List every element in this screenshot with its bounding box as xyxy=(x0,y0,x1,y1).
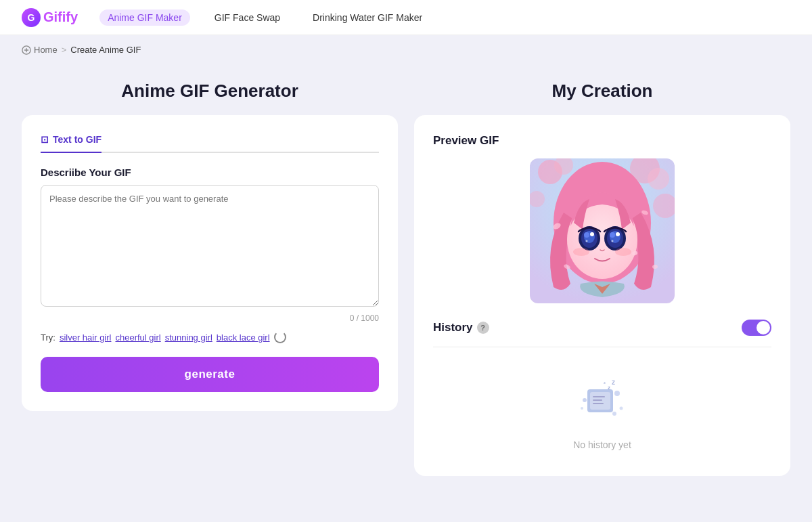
describe-label: Descriibe Your GIF xyxy=(41,167,379,178)
two-col-layout: Anime GIF Generator ⊡ Text to GIF Descri… xyxy=(22,81,790,476)
tab-text-to-gif[interactable]: ⊡ Text to GIF xyxy=(41,134,102,153)
svg-point-5 xyxy=(648,168,669,190)
left-section-title: Anime GIF Generator xyxy=(22,81,398,102)
left-card: ⊡ Text to GIF Descriibe Your GIF 0 / 100… xyxy=(22,115,398,411)
svg-point-34 xyxy=(583,398,587,402)
right-card: Preview GIF xyxy=(414,115,790,476)
svg-rect-32 xyxy=(593,399,602,401)
history-section-header: History ? xyxy=(433,320,771,336)
breadcrumb-current: Create Anime GIF xyxy=(70,45,141,55)
suggestion-cheerful[interactable]: cheerful girl xyxy=(115,332,160,343)
svg-text:z: z xyxy=(608,385,610,391)
svg-point-14 xyxy=(590,232,594,236)
svg-point-35 xyxy=(581,407,583,410)
breadcrumb-separator: > xyxy=(62,45,67,55)
history-empty-state: z z z No history yet xyxy=(433,361,771,457)
anime-preview-svg xyxy=(530,158,675,303)
logo-icon: G xyxy=(22,8,41,27)
try-label: Try: xyxy=(41,332,55,343)
right-panel: My Creation Preview GIF xyxy=(414,81,790,476)
svg-text:z: z xyxy=(604,380,606,385)
logo[interactable]: G Gifify xyxy=(22,8,78,27)
tab-row: ⊡ Text to GIF xyxy=(41,134,379,153)
svg-point-36 xyxy=(614,391,620,396)
try-row: Try: silver hair girl cheerful girl stun… xyxy=(41,331,379,343)
home-icon xyxy=(22,45,31,55)
svg-point-20 xyxy=(616,232,620,236)
tab-text-icon: ⊡ xyxy=(41,134,49,145)
navbar: G Gifify Anime GIF Maker GIF Face Swap D… xyxy=(0,0,812,35)
suggestion-silver-hair[interactable]: silver hair girl xyxy=(60,332,112,343)
right-section-title: My Creation xyxy=(414,81,790,102)
svg-point-19 xyxy=(610,232,615,238)
char-count: 0 / 1000 xyxy=(41,313,379,323)
breadcrumb: Home > Create Anime GIF xyxy=(0,35,812,64)
svg-point-15 xyxy=(586,240,588,242)
svg-point-38 xyxy=(612,412,616,416)
history-label-text: History xyxy=(433,321,473,334)
svg-rect-31 xyxy=(593,396,605,397)
gif-description-input[interactable] xyxy=(41,185,379,307)
suggestion-stunning[interactable]: stunning girl xyxy=(165,332,212,343)
svg-point-23 xyxy=(615,248,631,256)
main-area: Anime GIF Generator ⊡ Text to GIF Descri… xyxy=(0,64,812,492)
no-history-icon: z z z xyxy=(575,374,629,429)
history-divider xyxy=(433,347,771,347)
svg-point-37 xyxy=(620,407,623,410)
svg-point-13 xyxy=(584,232,589,238)
refresh-suggestions-icon[interactable] xyxy=(274,331,286,343)
generate-button[interactable]: generate xyxy=(41,357,379,392)
preview-image-wrapper xyxy=(433,158,771,303)
svg-point-22 xyxy=(573,248,589,256)
suggestion-black-lace[interactable]: black lace girl xyxy=(217,332,270,343)
logo-text: Gifify xyxy=(43,9,78,25)
history-help-icon[interactable]: ? xyxy=(477,322,489,334)
history-label-group: History ? xyxy=(433,321,489,334)
left-panel: Anime GIF Generator ⊡ Text to GIF Descri… xyxy=(22,81,398,476)
no-history-text: No history yet xyxy=(573,439,631,450)
nav-gif-face-swap[interactable]: GIF Face Swap xyxy=(206,9,288,26)
nav-drinking-water-gif[interactable]: Drinking Water GIF Maker xyxy=(304,9,430,26)
breadcrumb-home[interactable]: Home xyxy=(22,45,58,55)
preview-image xyxy=(530,158,675,303)
svg-rect-33 xyxy=(593,403,604,404)
history-toggle[interactable] xyxy=(742,320,771,336)
svg-text:z: z xyxy=(612,378,615,386)
nav-anime-gif-maker[interactable]: Anime GIF Maker xyxy=(99,9,190,26)
preview-gif-title: Preview GIF xyxy=(433,134,771,148)
svg-point-21 xyxy=(612,240,614,242)
